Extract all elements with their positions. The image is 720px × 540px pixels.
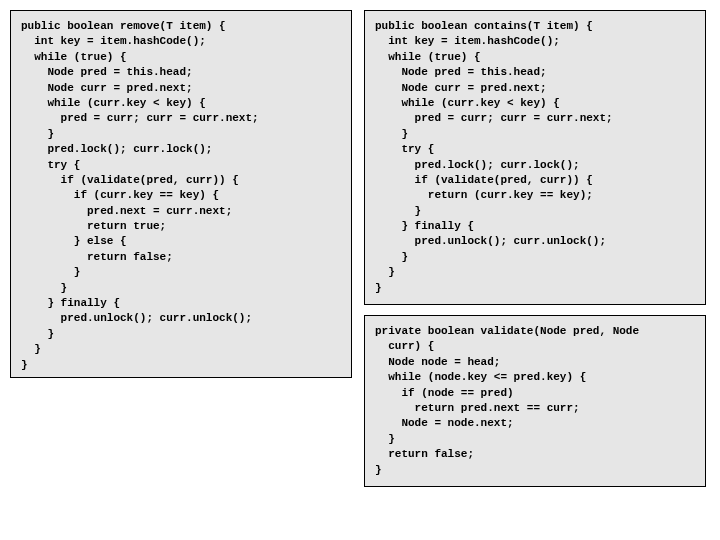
validate-method: private boolean validate(Node pred, Node…	[364, 315, 706, 487]
code-container: public boolean remove(T item) { int key …	[10, 10, 710, 487]
left-column: public boolean remove(T item) { int key …	[10, 10, 352, 487]
right-column: public boolean contains(T item) { int ke…	[364, 10, 706, 487]
remove-method: public boolean remove(T item) { int key …	[10, 10, 352, 378]
contains-method: public boolean contains(T item) { int ke…	[364, 10, 706, 305]
